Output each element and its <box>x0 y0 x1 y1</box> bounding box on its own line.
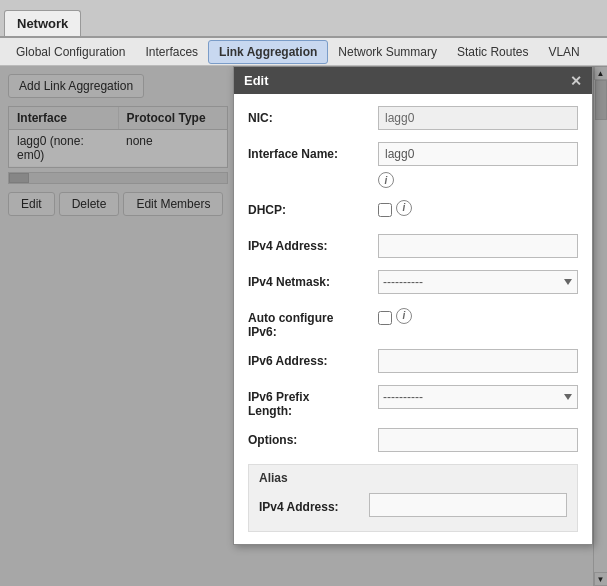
nic-control <box>378 106 578 130</box>
ipv6-address-control <box>378 349 578 373</box>
main-content: ▲ ▼ Add Link Aggregation Interface Proto… <box>0 66 607 586</box>
interface-name-info-icon[interactable]: i <box>378 172 394 188</box>
options-control <box>378 428 578 452</box>
alias-ipv4-address-row: IPv4 Address: <box>259 493 567 517</box>
tab-static-routes[interactable]: Static Routes <box>447 41 538 63</box>
ipv4-address-label: IPv4 Address: <box>248 234 378 253</box>
interface-name-input[interactable] <box>378 142 578 166</box>
ipv6-address-input[interactable] <box>378 349 578 373</box>
tab-network[interactable]: Network <box>4 10 81 36</box>
tab-link-aggregation[interactable]: Link Aggregation <box>208 40 328 64</box>
dhcp-checkbox[interactable] <box>378 203 392 217</box>
alias-ipv4-address-label: IPv4 Address: <box>259 497 369 514</box>
nic-row: NIC: <box>248 106 578 132</box>
interface-name-label: Interface Name: <box>248 142 378 161</box>
dhcp-control: i <box>378 198 578 217</box>
dhcp-row: DHCP: i <box>248 198 578 224</box>
tab-network-summary[interactable]: Network Summary <box>328 41 447 63</box>
alias-section-label: Alias <box>259 471 567 485</box>
options-label: Options: <box>248 428 378 447</box>
top-tab-bar: Network <box>0 0 607 38</box>
tab-global-configuration[interactable]: Global Configuration <box>6 41 135 63</box>
alias-ipv4-address-control <box>369 493 567 517</box>
ipv4-netmask-select-wrapper: ---------- <box>378 270 578 294</box>
auto-configure-ipv6-control: i <box>378 306 578 325</box>
ipv4-netmask-row: IPv4 Netmask: ---------- <box>248 270 578 296</box>
nic-input <box>378 106 578 130</box>
ipv6-address-row: IPv6 Address: <box>248 349 578 375</box>
modal-overlay: Edit ✕ NIC: Interface Name: <box>0 66 607 586</box>
modal-close-button[interactable]: ✕ <box>570 74 582 88</box>
ipv4-address-row: IPv4 Address: <box>248 234 578 260</box>
options-row: Options: <box>248 428 578 454</box>
ipv4-netmask-control: ---------- <box>378 270 578 294</box>
nav-bar: Global Configuration Interfaces Link Agg… <box>0 38 607 66</box>
auto-configure-ipv6-label: Auto configure IPv6: <box>248 306 378 339</box>
ipv6-address-label: IPv6 Address: <box>248 349 378 368</box>
auto-configure-ipv6-info-icon[interactable]: i <box>396 308 412 324</box>
ipv6-prefix-length-select-wrapper: ---------- <box>378 385 578 409</box>
ipv6-prefix-length-row: IPv6 Prefix Length: ---------- <box>248 385 578 418</box>
nic-label: NIC: <box>248 106 378 125</box>
ipv6-prefix-length-label: IPv6 Prefix Length: <box>248 385 378 418</box>
edit-modal: Edit ✕ NIC: Interface Name: <box>233 66 593 545</box>
ipv6-prefix-length-control: ---------- <box>378 385 578 409</box>
alias-section: Alias IPv4 Address: <box>248 464 578 532</box>
dhcp-label: DHCP: <box>248 198 378 217</box>
auto-configure-ipv6-row: Auto configure IPv6: i <box>248 306 578 339</box>
ipv4-netmask-select[interactable]: ---------- <box>378 270 578 294</box>
tab-vlan[interactable]: VLAN <box>538 41 589 63</box>
ipv6-prefix-length-select[interactable]: ---------- <box>378 385 578 409</box>
modal-header: Edit ✕ <box>234 67 592 94</box>
interface-name-control: i <box>378 142 578 188</box>
modal-title: Edit <box>244 73 269 88</box>
auto-configure-ipv6-checkbox[interactable] <box>378 311 392 325</box>
ipv4-address-control <box>378 234 578 258</box>
alias-ipv4-address-input[interactable] <box>369 493 567 517</box>
modal-body: NIC: Interface Name: i <box>234 94 592 544</box>
tab-interfaces[interactable]: Interfaces <box>135 41 208 63</box>
dhcp-info-icon[interactable]: i <box>396 200 412 216</box>
ipv4-netmask-label: IPv4 Netmask: <box>248 270 378 289</box>
interface-name-row: Interface Name: i <box>248 142 578 188</box>
options-input[interactable] <box>378 428 578 452</box>
ipv4-address-input[interactable] <box>378 234 578 258</box>
